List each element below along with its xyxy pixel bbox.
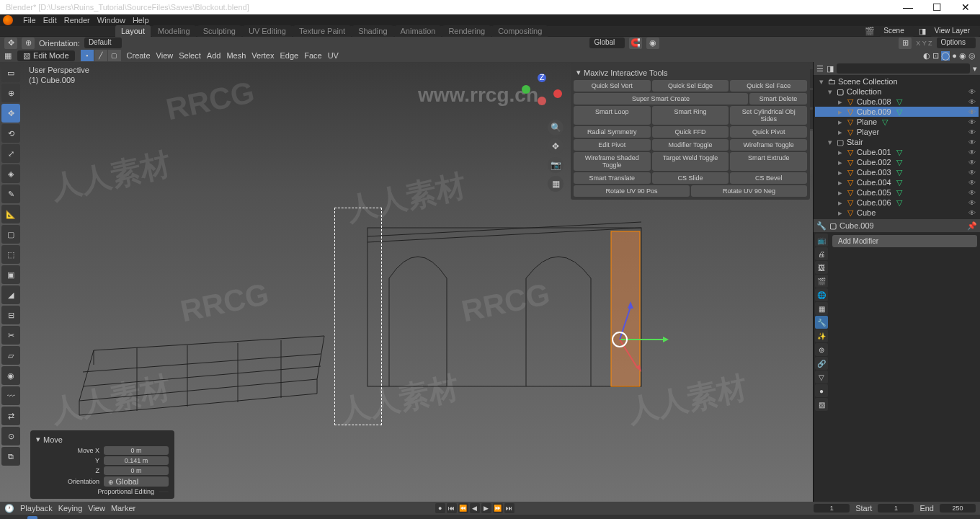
- filter-icon[interactable]: ◨: [827, 64, 834, 74]
- tab-tool[interactable]: Tool: [810, 90, 813, 108]
- world-tab-icon[interactable]: 🌐: [815, 288, 828, 301]
- transform-tool[interactable]: ◈: [1, 164, 20, 183]
- rotate-tool[interactable]: ⟲: [1, 124, 20, 143]
- extrude-tool[interactable]: ⬚: [1, 245, 20, 264]
- physics-tab-icon[interactable]: ⊚: [815, 343, 828, 356]
- move-tool[interactable]: ✥: [1, 104, 20, 123]
- edge-select[interactable]: ╱: [94, 50, 107, 61]
- quick-pivot[interactable]: Quick Pivot: [730, 126, 807, 138]
- pin-icon[interactable]: 📌: [967, 221, 977, 231]
- tab-layout[interactable]: Layout: [115, 25, 151, 37]
- smart-delete[interactable]: Smart Delete: [749, 93, 807, 105]
- solid-shade-icon[interactable]: ●: [952, 51, 957, 61]
- tab-sculpting[interactable]: Sculpting: [197, 25, 241, 37]
- menu-vertex[interactable]: Vertex: [251, 51, 274, 60]
- move-z[interactable]: 0 m: [104, 466, 169, 475]
- modifier-tab-icon[interactable]: 🔧: [815, 316, 828, 329]
- transform-gizmo[interactable]: [591, 300, 670, 379]
- play-icon[interactable]: ▶: [481, 503, 491, 513]
- orient-val[interactable]: ⊕ Global: [104, 476, 169, 487]
- end-frame[interactable]: 250: [940, 504, 976, 513]
- cs-bevel[interactable]: CS Bevel: [730, 172, 807, 184]
- camera-icon[interactable]: 📷: [548, 157, 564, 173]
- menu-help[interactable]: Help: [133, 16, 149, 25]
- zoom-icon[interactable]: 🔍: [548, 120, 564, 136]
- inset-tool[interactable]: ▣: [1, 265, 20, 284]
- viewlayer-dropdown[interactable]: View Layer: [930, 26, 980, 37]
- cursor-tool[interactable]: ⊕: [1, 84, 20, 102]
- tab-view2[interactable]: View: [810, 110, 813, 129]
- texture-tab-icon[interactable]: ▨: [815, 398, 828, 411]
- viewlayer-tab-icon[interactable]: 🖼: [815, 261, 828, 274]
- play-rev-icon[interactable]: ◀: [470, 503, 480, 513]
- wireframe-toggle[interactable]: Wireframe Toggle: [730, 139, 807, 151]
- search-input[interactable]: [837, 63, 970, 74]
- smart-loop[interactable]: Smart Loop: [574, 106, 651, 125]
- minimize-button[interactable]: —: [894, 1, 922, 13]
- persp-icon[interactable]: ▦: [548, 176, 564, 192]
- output-tab-icon[interactable]: 🖨: [815, 247, 828, 260]
- tab-comp[interactable]: Compositing: [492, 25, 548, 37]
- rip-tool[interactable]: ⧉: [1, 447, 20, 466]
- cs-slide[interactable]: CS Slide: [652, 172, 729, 184]
- quick-ffd[interactable]: Quick FFD: [652, 126, 729, 138]
- cursor-icon[interactable]: ⊕: [22, 37, 35, 49]
- menu-window[interactable]: Window: [97, 16, 125, 25]
- keyframe-next-icon[interactable]: ⏩: [493, 503, 503, 513]
- smart-ring[interactable]: Smart Ring: [652, 106, 729, 125]
- editor-type-icon[interactable]: ▦: [4, 51, 12, 61]
- scene-dropdown[interactable]: Scene: [879, 26, 914, 37]
- menu-mesh[interactable]: Mesh: [226, 51, 246, 60]
- render-tab-icon[interactable]: 📺: [815, 234, 828, 247]
- matprev-icon[interactable]: ◉: [959, 51, 966, 61]
- menu-edge[interactable]: Edge: [280, 51, 298, 60]
- add-cube-tool[interactable]: ▢: [1, 225, 20, 244]
- menu-create[interactable]: Create: [127, 51, 151, 60]
- menu-edit[interactable]: Edit: [43, 16, 57, 25]
- quick-sel-edge[interactable]: Quick Sel Edge: [652, 80, 729, 92]
- tab-texpaint[interactable]: Texture Paint: [293, 25, 351, 37]
- knife-tool[interactable]: ✂: [1, 326, 20, 345]
- scene-tab-icon[interactable]: 🎬: [815, 275, 828, 288]
- rotate-uv-pos[interactable]: Rotate UV 90 Pos: [574, 185, 690, 197]
- chevron-down-icon[interactable]: ▾: [36, 435, 40, 444]
- rotate-uv-neg[interactable]: Rotate UV 90 Neg: [691, 185, 807, 197]
- radial-sym[interactable]: Radial Symmetry: [574, 126, 651, 138]
- snap-icon[interactable]: 🧲: [629, 37, 642, 49]
- menu-uvm[interactable]: UV: [328, 51, 339, 60]
- loopcut-tool[interactable]: ⊟: [1, 306, 20, 324]
- tab-render[interactable]: Rendering: [442, 25, 491, 37]
- wireframe-shade-icon[interactable]: ◯: [941, 51, 950, 61]
- move-x[interactable]: 0 m: [104, 446, 169, 455]
- edgeslide-tool[interactable]: ⇄: [1, 407, 20, 425]
- mode-dropdown[interactable]: ▧ Edit Mode: [17, 50, 75, 61]
- smart-translate[interactable]: Smart Translate: [574, 172, 651, 184]
- bevel-tool[interactable]: ◢: [1, 285, 20, 304]
- smart-extrude[interactable]: Smart Extrude: [730, 152, 807, 171]
- tab-maxivz[interactable]: Maxivz Tools: [810, 131, 813, 174]
- tab-uv[interactable]: UV Editing: [243, 25, 292, 37]
- orientation-dropdown[interactable]: Default: [84, 37, 122, 48]
- outliner-tree[interactable]: ▾🗀Scene Collection ▾▢Collection👁 ▸▽Cube.…: [814, 75, 980, 219]
- set-cyl-sides[interactable]: Set Cylindrical Obj Sides: [730, 106, 807, 125]
- start-frame[interactable]: 1: [878, 504, 914, 513]
- target-weld-toggle[interactable]: Target Weld Toggle: [652, 152, 729, 171]
- current-frame[interactable]: 1: [814, 504, 850, 513]
- add-modifier-button[interactable]: Add Modifier: [832, 235, 977, 247]
- quick-sel-face[interactable]: Quick Sel Face: [730, 80, 807, 92]
- edit-pivot[interactable]: Edit Pivot: [574, 139, 651, 151]
- polybuild-tool[interactable]: ▱: [1, 346, 20, 365]
- smooth-tool[interactable]: 〰: [1, 386, 20, 405]
- transform-orientation[interactable]: Global: [589, 37, 625, 48]
- close-button[interactable]: ✕: [951, 1, 980, 13]
- mesh-tab-icon[interactable]: ▽: [815, 371, 828, 383]
- tab-anim[interactable]: Animation: [395, 25, 442, 37]
- wireframe-shaded-toggle[interactable]: Wireframe Shaded Toggle: [574, 152, 651, 171]
- jump-start-icon[interactable]: ⏮: [447, 503, 457, 513]
- jump-end-icon[interactable]: ⏭: [504, 503, 514, 513]
- shrink-tool[interactable]: ⊙: [1, 427, 20, 445]
- tab-shading[interactable]: Shading: [352, 25, 393, 37]
- modifier-toggle[interactable]: Modifier Toggle: [652, 139, 729, 151]
- autokey-icon[interactable]: ●: [435, 503, 445, 513]
- tl-view[interactable]: View: [88, 504, 105, 513]
